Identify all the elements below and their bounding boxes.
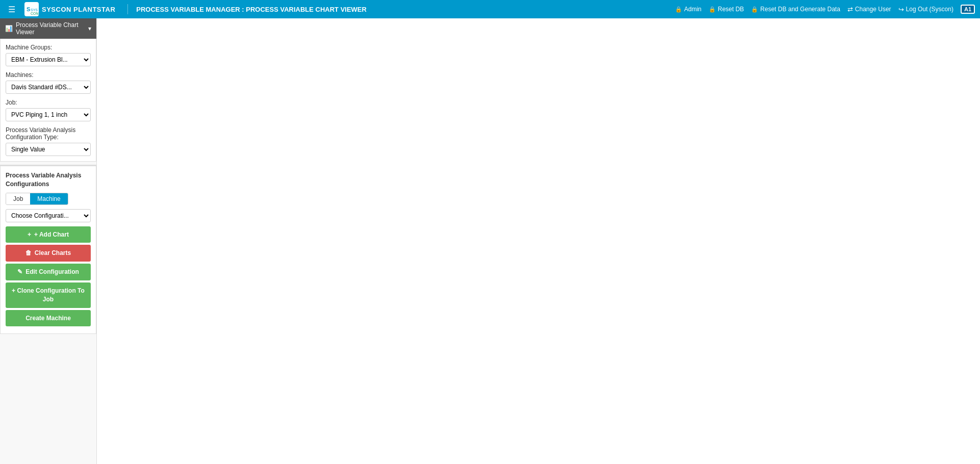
choose-config-select[interactable]: Choose Configurati...	[6, 209, 91, 222]
sidebar: 📊 Process Variable Chart Viewer ▾ Machin…	[0, 18, 97, 464]
plantstar-logo-icon: S SYS CON	[24, 2, 39, 16]
top-nav: ☰ S SYS CON SYSCON PLANTSTAR PROCESS VAR…	[0, 0, 980, 18]
job-select[interactable]: PVC Piping 1, 1 inch	[6, 108, 91, 121]
content-area	[97, 18, 980, 464]
lock-icon-generate	[751, 6, 758, 13]
create-machine-button[interactable]: Create Machine	[6, 310, 91, 327]
reset-db-generate-link[interactable]: Reset DB and Generate Data	[751, 6, 840, 13]
hamburger-button[interactable]: ☰	[5, 4, 18, 15]
machines-label: Machines:	[6, 71, 91, 79]
nav-divider-1	[127, 4, 128, 14]
edit-icon: ✎	[17, 268, 22, 276]
panel-header[interactable]: 📊 Process Variable Chart Viewer ▾	[0, 18, 96, 39]
machine-groups-select[interactable]: EBM - Extrusion Bl...	[6, 53, 91, 66]
edit-config-label: Edit Configuration	[25, 268, 79, 276]
page-title: PROCESS VARIABLE MANAGER : PROCESS VARIA…	[136, 6, 367, 13]
nav-right: Admin Reset DB Reset DB and Generate Dat…	[675, 5, 975, 14]
admin-link[interactable]: Admin	[675, 6, 702, 13]
edit-config-button[interactable]: ✎ Edit Configuration	[6, 264, 91, 280]
svg-text:S: S	[27, 6, 30, 12]
logo: S SYS CON SYSCON PLANTSTAR	[24, 2, 115, 16]
create-machine-label: Create Machine	[25, 314, 71, 323]
config-panel: Process Variable Analysis Configurations…	[0, 165, 96, 334]
reset-db-link[interactable]: Reset DB	[709, 6, 744, 13]
change-user-link[interactable]: Change User	[847, 6, 891, 13]
clone-config-label: + Clone Configuration To Job	[11, 287, 86, 304]
lock-icon-admin	[675, 6, 682, 13]
transfer-icon	[847, 6, 853, 13]
logout-icon	[898, 6, 904, 13]
filter-panel: Machine Groups: EBM - Extrusion Bl... Ma…	[0, 39, 96, 162]
panel-header-label: Process Variable Chart Viewer	[16, 21, 85, 36]
panel-header-chevron: ▾	[88, 25, 91, 32]
main-wrapper: 📊 Process Variable Chart Viewer ▾ Machin…	[0, 18, 980, 464]
lock-icon-resetdb	[709, 6, 716, 13]
tab-job[interactable]: Job	[6, 193, 30, 204]
config-type-select[interactable]: Single Value Multi Value Range	[6, 143, 91, 156]
tab-machine[interactable]: Machine	[30, 193, 67, 204]
svg-text:SYS: SYS	[31, 8, 38, 12]
clear-charts-label: Clear Charts	[35, 249, 71, 257]
user-badge: A1	[961, 5, 975, 14]
job-label: Job:	[6, 99, 91, 106]
trash-icon: 🗑	[25, 249, 32, 257]
config-type-label: Process Variable Analysis Configuration …	[6, 126, 91, 141]
machine-groups-label: Machine Groups:	[6, 44, 91, 51]
config-panel-title: Process Variable Analysis Configurations	[6, 171, 91, 189]
add-chart-label: + Add Chart	[34, 230, 69, 239]
panel-header-icon: 📊	[5, 25, 13, 32]
logo-text: SYSCON PLANTSTAR	[42, 6, 115, 13]
tab-toggle-group: Job Machine	[6, 193, 68, 205]
logout-link[interactable]: Log Out (Syscon)	[898, 6, 953, 13]
add-chart-icon: +	[28, 230, 31, 239]
clone-config-button[interactable]: + Clone Configuration To Job	[6, 282, 91, 308]
machines-select[interactable]: Davis Standard #DS...	[6, 81, 91, 94]
clear-charts-button[interactable]: 🗑 Clear Charts	[6, 245, 91, 262]
add-chart-button[interactable]: + + Add Chart	[6, 226, 91, 243]
svg-text:CON: CON	[31, 12, 39, 15]
